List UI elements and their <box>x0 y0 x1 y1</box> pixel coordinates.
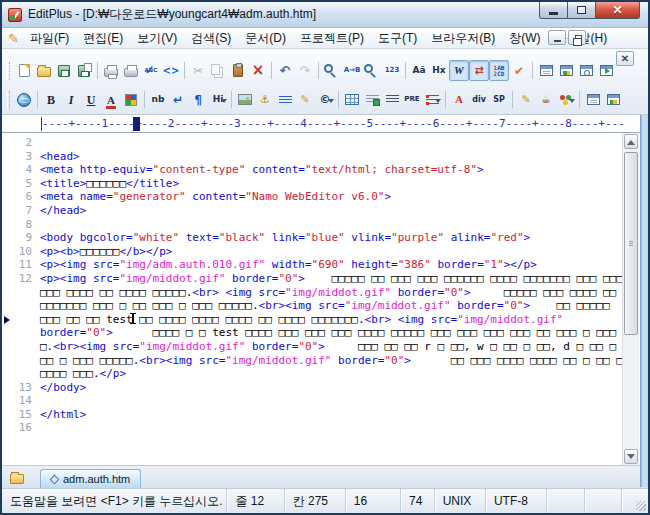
tab-adm-auth-htm[interactable]: adm.auth.htm <box>40 469 141 488</box>
special-char-button[interactable]: © <box>315 89 335 110</box>
scrollbar-thumb[interactable] <box>624 152 638 335</box>
function-list-icon <box>580 65 593 76</box>
highlight-pen-button[interactable]: ✎ <box>295 89 315 110</box>
replace-button[interactable]: A→B <box>342 60 362 81</box>
redo-button[interactable]: ↷ <box>295 60 315 81</box>
toolbar-grip[interactable] <box>7 62 10 80</box>
open-file-button[interactable] <box>34 60 54 81</box>
menu-item[interactable]: 프로젝트(P) <box>293 28 371 49</box>
menu-item[interactable]: 파일(F) <box>23 28 76 49</box>
nbsp-button[interactable]: nb <box>148 89 168 110</box>
color-palette-button[interactable] <box>121 89 141 110</box>
menu-item[interactable]: 문서(D) <box>238 28 293 49</box>
line-break-button[interactable]: ↵ <box>168 89 188 110</box>
horizontal-rule-button[interactable] <box>275 89 295 110</box>
code-segment: □□□□□□ <box>80 245 120 258</box>
menu-item[interactable]: 편집(E) <box>76 28 130 49</box>
close-button[interactable]: ✕ <box>595 2 640 19</box>
scroll-up-button[interactable] <box>624 134 638 149</box>
sort-button[interactable]: 123 <box>382 60 402 81</box>
find-button[interactable] <box>322 60 342 81</box>
new-file-button[interactable] <box>14 60 34 81</box>
table-button[interactable] <box>342 89 362 110</box>
menu-item[interactable]: 검색(S) <box>184 28 238 49</box>
code-text: □□□ □□ □□ test □□ □□□□ □□□□ □□□□ □□ □□□□… <box>40 313 563 327</box>
underline-button[interactable]: U <box>81 89 101 110</box>
function-list-button[interactable] <box>576 60 596 81</box>
set-marker-button[interactable]: ✔ <box>509 60 529 81</box>
paragraph-button[interactable]: ¶ <box>188 89 208 110</box>
code-segment: ></p> <box>504 258 537 271</box>
copy-button[interactable] <box>208 60 228 81</box>
print-preview-icon <box>104 68 118 77</box>
mdi-minimize-button[interactable] <box>548 30 566 45</box>
save-all-button[interactable] <box>74 60 94 81</box>
pre-tag-button[interactable]: PRE <box>402 89 422 110</box>
hex-viewer-button[interactable]: Hx <box>429 60 449 81</box>
print-button[interactable] <box>121 60 141 81</box>
html-tags-button[interactable]: <> <box>161 60 181 81</box>
span-tag-button[interactable]: SP <box>489 89 509 110</box>
print-preview-button[interactable] <box>101 60 121 81</box>
cliptext-window-button[interactable] <box>536 60 556 81</box>
line-numbers-button[interactable]: 1AB2CD <box>489 60 509 81</box>
toolbar-grip[interactable] <box>7 91 10 109</box>
code-segment: "content-type" <box>153 163 246 176</box>
vertical-scrollbar[interactable] <box>622 133 639 465</box>
find-in-files-button[interactable] <box>362 60 382 81</box>
code-segment: border= <box>391 286 444 299</box>
delete-button[interactable]: × <box>248 60 268 81</box>
menu-item[interactable]: 보기(V) <box>130 28 184 49</box>
cliptext-toggle-button[interactable] <box>583 89 603 110</box>
toolbar-separator <box>271 62 272 79</box>
new-browser-window-button[interactable] <box>596 60 616 81</box>
italic-button[interactable]: I <box>61 89 81 110</box>
code-text: </head> <box>40 204 86 218</box>
list-button[interactable] <box>422 89 442 110</box>
mdi-close-button[interactable]: ✕ <box>616 51 634 66</box>
code-segment: <img src= <box>398 313 458 326</box>
auto-indent-button[interactable]: ⇄ <box>469 60 489 81</box>
status-encoding: UTF-8 <box>486 489 547 513</box>
script-edit-button[interactable]: ✎ <box>516 89 536 110</box>
document-window-button[interactable] <box>556 60 576 81</box>
scroll-down-button[interactable] <box>624 449 638 464</box>
cut-button[interactable]: ✂ <box>188 60 208 81</box>
code-text: border="0"> □□□□ □ □ test □□□□ □□□ □□□ □… <box>40 326 616 340</box>
center-align-button[interactable] <box>382 89 402 110</box>
folder-icon[interactable] <box>10 474 24 484</box>
menu-item[interactable]: 도구(T) <box>371 28 424 49</box>
bold-button[interactable]: B <box>41 89 61 110</box>
view-in-browser-button[interactable] <box>14 89 34 110</box>
mdi-restore-button[interactable] <box>568 30 586 45</box>
font-button[interactable]: Aã <box>409 60 429 81</box>
paste-button[interactable] <box>228 60 248 81</box>
spell-check-button[interactable]: ABC <box>141 60 161 81</box>
code-area[interactable]: 23<head>4<meta http-equiv="content-type"… <box>2 133 622 435</box>
paragraph-icon: ¶ <box>194 94 202 106</box>
objects-button[interactable] <box>556 89 576 110</box>
applet-button[interactable]: ☕ <box>536 89 556 110</box>
code-editor[interactable]: 23<head>4<meta http-equiv="content-type"… <box>2 133 648 465</box>
heading-button[interactable]: Hi <box>208 89 228 110</box>
panel-layout-button[interactable] <box>603 89 623 110</box>
div-block-button[interactable] <box>362 89 382 110</box>
div-tag-button[interactable]: div <box>469 89 489 110</box>
code-segment: > <box>464 286 471 299</box>
font-tag-button[interactable]: A <box>449 89 469 110</box>
font-color-button[interactable] <box>101 89 121 110</box>
save-button[interactable] <box>54 60 74 81</box>
code-line: 11<p><img src="img/adm.auth.010.gif" wid… <box>2 258 622 272</box>
anchor-button[interactable]: ⚓ <box>255 89 275 110</box>
insert-image-button[interactable] <box>235 89 255 110</box>
menu-item[interactable]: 브라우저(B) <box>424 28 502 49</box>
minimize-button[interactable] <box>539 2 568 19</box>
undo-button[interactable]: ↶ <box>275 60 295 81</box>
title-bar[interactable]: EditPlus - [D:₩다운로드₩youngcart4₩adm.auth.… <box>2 2 648 28</box>
code-segment: "text/html; charset=utf-8" <box>305 163 477 176</box>
menu-item[interactable]: 창(W) <box>502 28 547 49</box>
code-segment: "img/middot.gif" <box>225 354 331 367</box>
word-wrap-button[interactable]: W <box>449 60 469 81</box>
maximize-button[interactable] <box>568 2 595 19</box>
document-window-icon <box>560 65 573 76</box>
